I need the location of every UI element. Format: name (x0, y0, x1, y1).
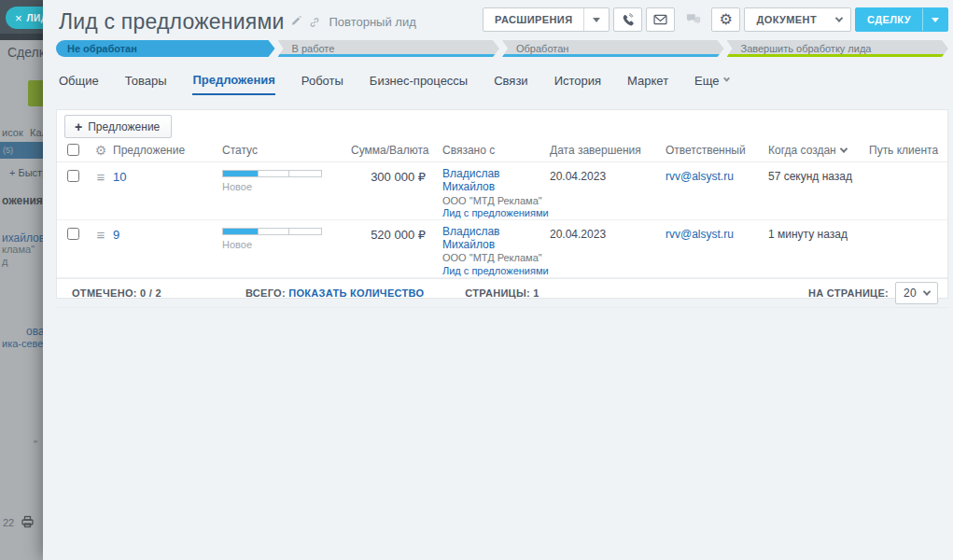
pages-indicator: СТРАНИЦЫ: 1 (465, 287, 540, 299)
tab-general[interactable]: Общие (59, 73, 99, 95)
document-button[interactable]: ДОКУМЕНТ (744, 7, 851, 32)
grid-footer: ОТМЕЧЕНО: 0 / 2 ВСЕГО: ПОКАЗАТЬ КОЛИЧЕСТ… (57, 278, 947, 308)
background-page-strip: Сделки исок Кал (5) + Быстр ожениями иха… (0, 0, 43, 560)
create-deal-button[interactable]: СДЕЛКУ (855, 7, 948, 32)
stage-processed[interactable]: Обработан (502, 40, 724, 57)
tab-relations[interactable]: Связи (494, 73, 527, 95)
col-status[interactable]: Статус (222, 144, 346, 157)
phone-icon (621, 13, 635, 27)
extensions-dropdown-arrow[interactable] (584, 18, 609, 22)
screen: Сделки исок Кал (5) + Быстр ожениями иха… (0, 0, 953, 560)
status-label: Новое (222, 239, 322, 250)
row-menu-icon[interactable]: ≡ (89, 162, 113, 219)
linked-entities: Владислав Михайлов ООО "МТД Реклама" Лид… (442, 220, 550, 277)
company-name: ООО "МТД Реклама" (442, 195, 550, 207)
lead-link[interactable]: Лид с предложениями (442, 265, 549, 276)
chevron-down-icon (923, 287, 931, 295)
chat-icon (686, 13, 701, 26)
total-counter: ВСЕГО: ПОКАЗАТЬ КОЛИЧЕСТВО (245, 287, 424, 299)
per-page-control: НА СТРАНИЦЕ: 20 (808, 282, 938, 304)
deal-dropdown-arrow[interactable] (923, 18, 947, 22)
finish-date: 20.04.2023 (550, 220, 666, 277)
col-amount[interactable]: Сумма/Валюта (346, 144, 442, 157)
created-when: 1 минуту назад (768, 220, 869, 277)
quote-id: 9 (113, 220, 222, 277)
plus-icon: + (75, 119, 82, 134)
responsible: rvv@alsyst.ru (666, 162, 768, 219)
tab-products[interactable]: Товары (125, 73, 167, 95)
finish-date: 20.04.2023 (550, 162, 666, 219)
company-name: ООО "МТД Реклама" (442, 252, 550, 264)
envelope-icon (653, 14, 667, 25)
quote-id: 10 (113, 162, 222, 219)
page-title: Лид с предложениями (59, 9, 284, 35)
contact-link[interactable]: Владислав Михайлов (442, 167, 499, 193)
col-responsible[interactable]: Ответственный (666, 144, 768, 157)
col-client-path[interactable]: Путь клиента (869, 144, 947, 157)
chevron-down-icon (723, 76, 730, 82)
stage-in-progress[interactable]: В работе (278, 40, 500, 57)
status-progress-bar (222, 170, 322, 177)
stage-not-processed[interactable]: Не обработан (56, 40, 275, 57)
call-button[interactable] (613, 7, 642, 32)
table-row: ≡ 10 Новое 300 000 ₽ Владислав Михайлов … (57, 162, 947, 220)
tab-robots[interactable]: Роботы (301, 73, 343, 95)
quote-status: Новое (222, 162, 346, 219)
stage-finish-processing[interactable]: Завершить обработку лида (727, 40, 949, 57)
grid-actions: + Предложение (57, 110, 947, 138)
row-menu-icon[interactable]: ≡ (89, 220, 113, 277)
created-when: 57 секунд назад (768, 162, 869, 219)
col-finish-date[interactable]: Дата завершения (550, 144, 666, 157)
detail-tabs: Общие Товары Предложения Роботы Бизнес-п… (59, 73, 729, 95)
table-row: ≡ 9 Новое 520 000 ₽ Владислав Михайлов О… (57, 220, 947, 278)
col-created[interactable]: Когда создан (768, 144, 869, 157)
tab-business-processes[interactable]: Бизнес-процессы (370, 73, 468, 95)
link-icon[interactable] (309, 17, 320, 28)
settings-button[interactable]: ⚙ (711, 7, 740, 32)
tab-more[interactable]: Еще (694, 73, 728, 95)
checked-counter: ОТМЕЧЕНО: 0 / 2 (72, 287, 161, 299)
repeat-lead-badge[interactable]: Повторный лид (329, 15, 415, 29)
document-dropdown-arrow[interactable] (828, 17, 850, 22)
lead-stage-bar: Не обработан В работе Обработан Завершит… (56, 40, 948, 57)
lead-link[interactable]: Лид с предложениями (442, 207, 549, 218)
edit-title-icon[interactable] (290, 16, 302, 28)
quote-amount: 300 000 ₽ (346, 162, 442, 219)
tab-market[interactable]: Маркет (627, 73, 668, 95)
add-quote-button[interactable]: + Предложение (64, 115, 172, 138)
panel-header: Лид с предложениями Повторный лид РАСШИР… (43, 0, 953, 37)
quotes-grid: + Предложение ⚙ Предложение Статус Сумма… (56, 109, 948, 299)
quote-status: Новое (222, 220, 346, 277)
grid-header-row: ⚙ Предложение Статус Сумма/Валюта Связан… (57, 138, 947, 162)
tab-quotes[interactable]: Предложения (192, 73, 274, 95)
status-progress-bar (222, 228, 322, 235)
header-toolbar: РАСШИРЕНИЯ (483, 7, 948, 32)
sort-chevron-icon (839, 145, 847, 152)
responsible: rvv@alsyst.ru (666, 220, 768, 277)
client-path (869, 162, 947, 219)
row-checkbox[interactable] (57, 220, 89, 277)
gear-icon: ⚙ (720, 12, 734, 27)
show-count-link[interactable]: ПОКАЗАТЬ КОЛИЧЕСТВО (288, 287, 424, 299)
chat-button[interactable] (679, 7, 708, 32)
row-checkbox[interactable] (57, 162, 89, 219)
quote-amount: 520 000 ₽ (346, 220, 442, 277)
modal-dim-overlay[interactable] (0, 0, 43, 560)
client-path (869, 220, 947, 277)
extensions-button[interactable]: РАСШИРЕНИЯ (483, 7, 610, 32)
lead-detail-panel: Лид с предложениями Повторный лид РАСШИР… (43, 0, 953, 560)
contact-link[interactable]: Владислав Михайлов (442, 225, 499, 251)
close-icon[interactable]: × (15, 12, 22, 24)
linked-entities: Владислав Михайлов ООО "МТД Реклама" Лид… (442, 162, 550, 219)
email-button[interactable] (646, 7, 675, 32)
tab-history[interactable]: История (554, 73, 601, 95)
status-label: Новое (222, 181, 322, 192)
select-all-checkbox[interactable] (57, 144, 89, 156)
per-page-select[interactable]: 20 (895, 282, 938, 304)
col-quote[interactable]: Предложение (113, 144, 222, 157)
grid-settings-icon[interactable]: ⚙ (89, 144, 113, 157)
col-linked[interactable]: Связано с (442, 144, 550, 157)
